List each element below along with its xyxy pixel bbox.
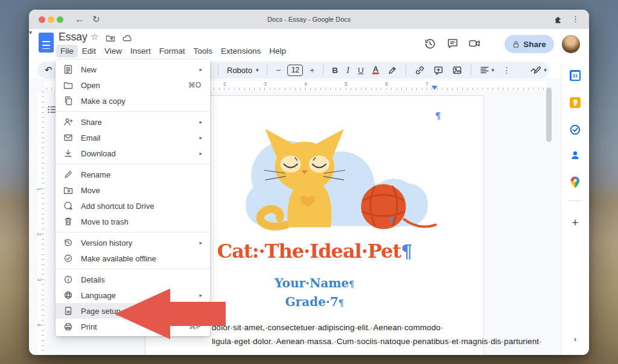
cat-illustration[interactable] — [229, 112, 453, 234]
font-size-input[interactable]: 12 — [287, 65, 303, 76]
menu-item-new[interactable]: New ▸ — [56, 62, 210, 77]
insert-image-icon[interactable] — [448, 65, 467, 75]
menu-item-open[interactable]: Open ⌘O — [56, 77, 210, 93]
keep-icon[interactable] — [570, 97, 581, 108]
share-button[interactable]: Share — [505, 35, 554, 53]
indent-marker[interactable] — [432, 86, 438, 90]
copy-icon — [63, 96, 73, 106]
printer-icon — [63, 322, 73, 331]
menu-insert[interactable]: Insert — [126, 45, 155, 57]
menu-divider — [56, 269, 210, 269]
offline-check-icon — [63, 254, 73, 263]
menu-item-email[interactable]: Email ▸ — [56, 130, 210, 145]
font-size-decrease-button[interactable]: − — [272, 66, 285, 75]
toolbar-divider — [218, 65, 218, 75]
doc-title[interactable]: Essay — [59, 31, 88, 43]
align-left-icon[interactable]: ▾ — [476, 65, 499, 75]
body-line: dolor·sit·amet,·consectetuer·adipiscing·… — [212, 321, 477, 334]
menu-item-make-a-copy[interactable]: Make a copy — [56, 93, 210, 109]
extensions-icon[interactable] — [554, 15, 562, 26]
menu-item-download[interactable]: Download ▸ — [56, 145, 210, 161]
menu-edit[interactable]: Edit — [78, 45, 100, 57]
comments-icon[interactable] — [447, 37, 459, 52]
more-options-icon[interactable]: ⋮ — [499, 65, 515, 75]
body-line: ligula·eget·dolor.·Aenean·massa.·Cum·soc… — [212, 334, 477, 348]
move-folder-icon[interactable] — [106, 33, 115, 45]
tab-title: Docs - Essay - Google Docs — [29, 10, 589, 29]
underline-button[interactable]: U — [354, 66, 368, 75]
star-icon[interactable]: ☆ — [91, 31, 98, 42]
paragraph-mark: ¶ — [339, 298, 344, 308]
tasks-icon[interactable] — [570, 124, 581, 138]
browser-menu-icon[interactable]: ⋮ — [572, 10, 579, 29]
menu-help[interactable]: Help — [265, 45, 290, 57]
add-addon-button[interactable]: + — [572, 216, 578, 229]
menu-view[interactable]: View — [100, 45, 126, 57]
menu-file[interactable]: File — [56, 45, 78, 57]
menu-item-rename[interactable]: Rename — [56, 167, 210, 182]
menu-divider — [56, 164, 210, 164]
account-avatar[interactable] — [562, 35, 580, 53]
globe-icon — [63, 290, 73, 300]
desktop-background: ← ↻ Docs - Essay - Google Docs ⋮ Essay ☆… — [0, 0, 618, 364]
menubar: File Edit View Insert Format Tools Exten… — [56, 45, 290, 57]
scrollbar-thumb[interactable] — [546, 88, 552, 142]
add-comment-icon[interactable] — [429, 65, 448, 75]
menu-extensions[interactable]: Extensions — [217, 45, 265, 57]
hide-menus-chevron-icon[interactable] — [525, 66, 542, 74]
font-family-select[interactable]: Roboto ▾ — [223, 66, 263, 75]
contacts-icon[interactable] — [570, 150, 581, 163]
pencil-icon — [63, 170, 73, 179]
undo-icon[interactable]: ↶ — [45, 62, 53, 78]
toolbar-divider — [406, 65, 406, 75]
menu-item-version-history[interactable]: Version history ▸ — [56, 235, 210, 251]
calendar-icon[interactable]: 31 — [570, 70, 581, 81]
menu-item-move-to-trash[interactable]: Move to trash — [56, 214, 210, 229]
red-arrow-annotation — [115, 289, 226, 339]
menu-item-details[interactable]: Details — [56, 272, 210, 287]
menu-tools[interactable]: Tools — [190, 45, 217, 57]
docs-header: Essay ☆ File Edit View Insert Format Too… — [29, 29, 589, 60]
menu-format[interactable]: Format — [155, 45, 190, 57]
envelope-icon — [63, 133, 73, 142]
meet-video-icon[interactable] — [468, 37, 481, 52]
side-panel-rail: 31 + › — [561, 64, 589, 355]
chevron-down-icon: ▾ — [542, 67, 547, 73]
submenu-arrow-icon: ▸ — [199, 240, 210, 246]
show-outline-icon[interactable] — [48, 105, 56, 116]
info-icon — [63, 275, 73, 284]
drive-shortcut-icon — [63, 201, 73, 211]
submenu-arrow-icon: ▸ — [199, 119, 210, 125]
history-icon — [63, 238, 73, 247]
italic-button[interactable]: I — [342, 65, 354, 75]
insert-link-icon[interactable] — [410, 65, 429, 75]
menu-item-add-shortcut-to-drive[interactable]: Add shortcut to Drive — [56, 198, 210, 214]
text-color-button[interactable]: A — [368, 66, 383, 74]
version-history-icon[interactable] — [424, 37, 436, 53]
menu-item-make-available-offline[interactable]: Make available offline — [56, 251, 210, 266]
cloud-saved-icon[interactable] — [122, 33, 132, 45]
submenu-arrow-icon: ▸ — [199, 135, 210, 141]
paragraph-mark: ¶ — [389, 217, 394, 225]
menu-item-move[interactable]: Move — [56, 182, 210, 198]
menu-divider — [56, 232, 210, 232]
chevron-down-icon: ▾ — [254, 67, 259, 73]
chevron-down-icon: ▾ — [489, 67, 494, 73]
bold-button[interactable]: B — [328, 66, 342, 75]
submenu-arrow-icon: ▸ — [199, 66, 210, 72]
menu-divider — [56, 111, 210, 112]
maps-icon[interactable] — [570, 176, 580, 191]
rail-divider — [568, 200, 582, 201]
vertical-ruler: 1 2 3 4 — [37, 92, 45, 355]
font-size-increase-button[interactable]: + — [305, 66, 319, 75]
menu-item-share[interactable]: Share ▸ — [56, 114, 210, 130]
share-label: Share — [523, 40, 546, 49]
folder-icon — [63, 80, 73, 90]
download-icon — [63, 148, 73, 158]
submenu-arrow-icon: ▸ — [199, 150, 210, 156]
expand-panel-chevron-icon[interactable]: › — [574, 334, 576, 343]
docs-logo-icon[interactable] — [39, 33, 54, 53]
browser-window: ← ↻ Docs - Essay - Google Docs ⋮ Essay ☆… — [29, 10, 589, 355]
highlight-color-button[interactable] — [383, 65, 401, 75]
paragraph-mark: ¶ — [401, 241, 412, 262]
